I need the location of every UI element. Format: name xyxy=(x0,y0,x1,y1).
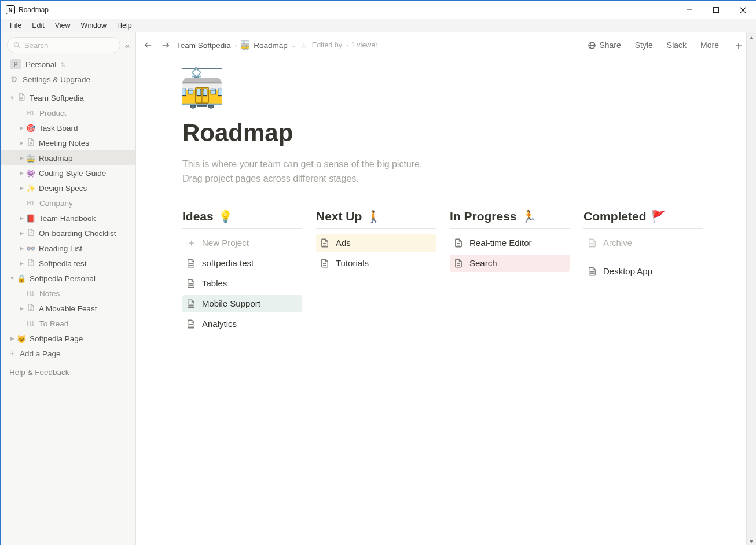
nav-back-button[interactable] xyxy=(142,39,155,51)
plus-icon: ＋ xyxy=(8,348,16,359)
style-button[interactable]: Style xyxy=(630,40,658,50)
caret-icon[interactable]: ▶ xyxy=(17,185,25,191)
plus-icon: ＋ xyxy=(186,236,196,249)
caret-icon[interactable]: ▶ xyxy=(17,170,25,176)
caret-icon[interactable]: ▶ xyxy=(17,155,25,161)
tree-item[interactable]: ▼Team Softpedia xyxy=(1,90,135,105)
page-icon xyxy=(25,138,36,148)
tree-item[interactable]: ▶📕Team Handbook xyxy=(1,211,135,226)
board-card[interactable]: Real-time Editor xyxy=(450,234,570,252)
tree-item-label: Softpedia Page xyxy=(30,334,83,343)
menu-window[interactable]: Window xyxy=(76,20,112,31)
search-input[interactable]: Search xyxy=(7,37,120,53)
board-card[interactable]: Tutorials xyxy=(316,255,436,272)
column-header[interactable]: Next Up🚶 xyxy=(316,209,436,229)
board-card[interactable]: Desktop App xyxy=(583,263,703,280)
menu-view[interactable]: View xyxy=(50,20,76,31)
collapse-sidebar-button[interactable]: « xyxy=(125,40,130,50)
caret-icon[interactable]: ▶ xyxy=(17,245,25,251)
tree-item[interactable]: H1Product xyxy=(1,105,135,120)
menu-help[interactable]: Help xyxy=(112,20,137,31)
tree-item[interactable]: ▶😺Softpedia Page xyxy=(1,331,135,346)
help-feedback[interactable]: Help & Feedback xyxy=(1,361,135,384)
tree-item[interactable]: ▶On-boarding Checklist xyxy=(1,226,135,241)
tree-item[interactable]: ▶A Movable Feast xyxy=(1,301,135,316)
board-card[interactable]: Tables xyxy=(182,275,302,292)
window-close-button[interactable] xyxy=(729,1,756,19)
settings-upgrade[interactable]: ⚙ Settings & Upgrade xyxy=(1,72,135,87)
page-emoji-icon: ✨ xyxy=(25,184,36,193)
page-emoji-icon: 🔒 xyxy=(16,274,27,283)
board-card[interactable]: Ads xyxy=(316,234,436,252)
archive-link[interactable]: Archive xyxy=(583,234,703,252)
column-header[interactable]: Completed🚩 xyxy=(583,209,703,229)
scroll-up-icon[interactable]: ▲ xyxy=(747,32,756,42)
menu-file[interactable]: File xyxy=(5,20,27,31)
tree-item-label: Company xyxy=(39,199,73,208)
slack-button[interactable]: Slack xyxy=(662,40,691,50)
tree-item[interactable]: ▶Meeting Notes xyxy=(1,135,135,150)
share-button[interactable]: Share xyxy=(583,40,625,50)
caret-icon[interactable]: ▶ xyxy=(8,336,16,341)
tree-item-label: Product xyxy=(39,109,67,117)
content-scroll[interactable]: 🚋 Roadmap This is where your team can ge… xyxy=(136,58,756,545)
page-emoji-icon: 👾 xyxy=(25,169,36,178)
favorite-star-icon[interactable]: ☆ xyxy=(300,41,307,50)
caret-icon[interactable]: ▶ xyxy=(17,230,25,236)
page-icon xyxy=(25,258,36,268)
scroll-down-icon[interactable]: ▼ xyxy=(747,536,756,545)
search-icon xyxy=(13,42,21,49)
window-minimize-button[interactable] xyxy=(676,1,703,19)
viewer-count: · 1 viewer xyxy=(347,41,378,49)
add-page-button[interactable]: ＋ Add a Page xyxy=(1,346,135,361)
board-card[interactable]: Analytics xyxy=(182,315,302,333)
tree-item-label: Softpedia test xyxy=(39,259,87,268)
nav-forward-button[interactable] xyxy=(159,39,172,51)
board-card[interactable]: Mobile Support xyxy=(182,295,302,312)
more-button[interactable]: More xyxy=(696,40,724,50)
edited-by-label: Edited by xyxy=(312,41,342,49)
caret-icon[interactable]: ▼ xyxy=(8,275,16,281)
caret-icon[interactable]: ▶ xyxy=(17,140,25,146)
board-column: Ideas💡＋New Projectsoftpedia testTablesMo… xyxy=(182,209,302,333)
search-placeholder: Search xyxy=(24,41,48,50)
scrollbar[interactable]: ▲ ▼ xyxy=(746,32,756,545)
card-label: Tables xyxy=(202,278,227,288)
tree-item[interactable]: H1Notes xyxy=(1,286,135,301)
tree-item[interactable]: ▶🎯Task Board xyxy=(1,120,135,135)
tree-item[interactable]: H1To Read xyxy=(1,316,135,331)
new-page-button[interactable]: ＋ xyxy=(728,38,747,53)
page-icon xyxy=(16,93,27,103)
page-title[interactable]: Roadmap xyxy=(182,119,703,147)
caret-icon[interactable]: ▼ xyxy=(8,95,16,101)
tree-item[interactable]: ▶✨Design Specs xyxy=(1,181,135,196)
tree-item[interactable]: ▼🔒Softpedia Personal xyxy=(1,271,135,286)
caret-icon[interactable]: ▶ xyxy=(17,260,25,266)
column-header[interactable]: Ideas💡 xyxy=(182,209,302,229)
tree-item[interactable]: ▶👾Coding Style Guide xyxy=(1,165,135,181)
page-description[interactable]: This is where your team can get a sense … xyxy=(182,157,553,186)
tree-item[interactable]: ▶🚋Roadmap xyxy=(1,150,135,165)
menu-edit[interactable]: Edit xyxy=(27,20,50,31)
breadcrumb-page[interactable]: Roadmap xyxy=(254,41,288,50)
card-label: Real-time Editor xyxy=(469,238,532,248)
chevron-down-icon[interactable]: ⌄ xyxy=(291,42,296,49)
tree-item-label: Meeting Notes xyxy=(39,139,89,148)
caret-icon[interactable]: ▶ xyxy=(17,305,25,311)
tree-item[interactable]: ▶👓Reading List xyxy=(1,241,135,256)
new-project-button[interactable]: ＋New Project xyxy=(182,234,302,252)
page-icon[interactable]: 🚋 xyxy=(179,69,703,106)
caret-icon[interactable]: ▶ xyxy=(17,125,25,131)
board-card[interactable]: softpedia test xyxy=(182,255,302,272)
h1-badge: H1 xyxy=(25,290,36,297)
board-card[interactable]: Search xyxy=(450,255,570,272)
window-maximize-button[interactable] xyxy=(703,1,729,19)
breadcrumb-root[interactable]: Team Softpedia xyxy=(177,41,231,50)
page-tree: ▼Team SoftpediaH1Product▶🎯Task Board▶Mee… xyxy=(1,87,135,346)
workspace-switcher[interactable]: P Personal ⇅ xyxy=(1,57,135,72)
caret-icon[interactable]: ▶ xyxy=(17,215,25,221)
breadcrumb-page-icon: 🚋 xyxy=(240,40,250,50)
column-header[interactable]: In Progress🏃 xyxy=(450,209,570,229)
tree-item[interactable]: ▶Softpedia test xyxy=(1,256,135,271)
tree-item[interactable]: H1Company xyxy=(1,196,135,211)
